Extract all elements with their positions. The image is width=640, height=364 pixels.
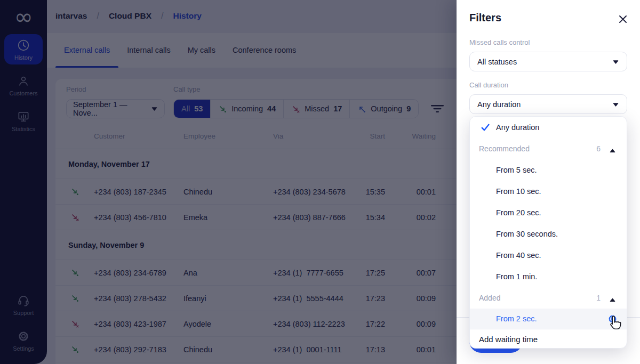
dropdown-section-recommended[interactable]: Recommended6 [470, 138, 627, 159]
section-count: 6 [596, 144, 601, 153]
dropdown-section-added[interactable]: Added1 [470, 287, 627, 309]
missed-calls-select[interactable]: All statuses [469, 52, 627, 71]
dropdown-option-from-10-sec[interactable]: From 10 sec. [470, 181, 627, 202]
filters-panel-title: Filters [469, 12, 501, 24]
dropdown-option-from-2-sec[interactable]: From 2 sec. [470, 309, 627, 329]
add-waiting-time-action[interactable]: Add waiting time [470, 329, 627, 349]
missed-calls-control-label: Missed calls control [469, 38, 530, 46]
check-icon [481, 123, 490, 132]
dropdown-option-from-30-seconds[interactable]: From 30 seconds. [470, 223, 627, 245]
chevron-down-icon [612, 102, 619, 107]
gear-icon[interactable] [607, 313, 618, 325]
dropdown-option-any-duration[interactable]: Any duration [470, 117, 627, 138]
close-icon[interactable] [618, 14, 628, 25]
chevron-up-icon [609, 146, 616, 151]
filters-panel: Filters Missed calls control All statuse… [457, 0, 640, 364]
dropdown-option-from-40-sec[interactable]: From 40 sec. [470, 245, 627, 266]
call-duration-label: Call duration [469, 81, 508, 89]
missed-calls-value: All statuses [477, 58, 517, 66]
dropdown-option-label: Any duration [496, 123, 539, 132]
dropdown-option-from-1-min[interactable]: From 1 min. [470, 266, 627, 287]
call-duration-select[interactable]: Any duration [469, 94, 627, 114]
app-screen: intarvas / Cloud PBX / History External … [0, 0, 640, 364]
chevron-up-icon [609, 295, 616, 301]
call-duration-value: Any duration [477, 100, 521, 109]
call-duration-dropdown: Any duration Recommended6From 5 sec.From… [469, 116, 627, 349]
section-count: 1 [596, 294, 601, 302]
dropdown-option-from-20-sec[interactable]: From 20 sec. [470, 202, 627, 223]
chevron-down-icon [612, 59, 619, 64]
dropdown-option-from-5-sec[interactable]: From 5 sec. [470, 159, 627, 181]
